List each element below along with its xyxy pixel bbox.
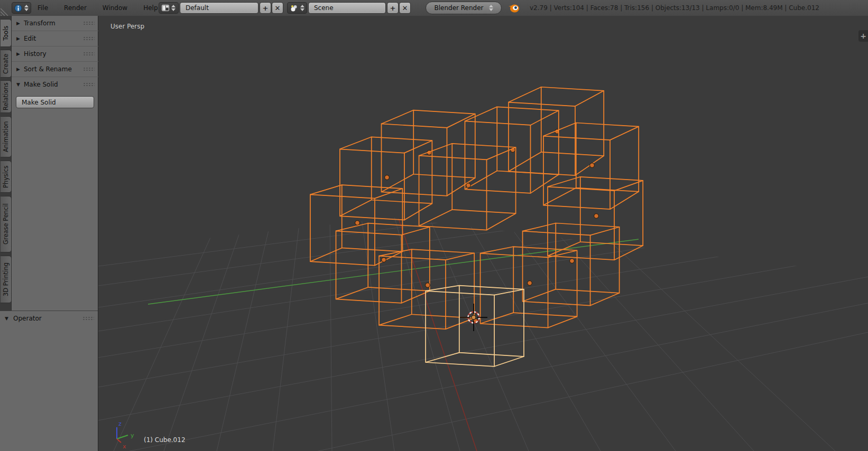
make-solid-button[interactable]: Make Solid xyxy=(16,96,94,108)
panel-label: Transform xyxy=(24,20,56,27)
tab-3d-printing[interactable]: 3D Printing xyxy=(1,256,12,303)
object-origin-dot xyxy=(426,283,430,288)
cube-wireframe[interactable] xyxy=(336,223,429,303)
object-origin-dot xyxy=(382,258,386,262)
screen-layout-name-field[interactable]: Default xyxy=(180,2,258,14)
info-editor-icon xyxy=(14,4,22,12)
delete-scene-button[interactable]: ✕ xyxy=(399,2,411,14)
object-origin-dot xyxy=(466,183,471,188)
tool-shelf-panels: ▶ Transform ▶ Edit ▶ History ▶ Sort & Re… xyxy=(12,16,98,311)
menubar: File Render Window Help xyxy=(30,0,166,16)
viewport-scene[interactable]: zyx xyxy=(98,16,868,451)
chevron-updown-icon xyxy=(300,5,304,11)
menu-file[interactable]: File xyxy=(30,4,56,12)
svg-text:y: y xyxy=(131,432,134,439)
expand-properties-region-button[interactable]: + xyxy=(858,30,868,42)
menu-render[interactable]: Render xyxy=(56,4,95,12)
add-screen-layout-button[interactable]: + xyxy=(260,2,271,14)
svg-text:x: x xyxy=(123,443,126,450)
screen-layout-icon xyxy=(162,5,169,11)
panel-grip-icon[interactable] xyxy=(83,67,95,71)
render-engine-select[interactable]: Blender Render xyxy=(426,2,502,14)
menu-window[interactable]: Window xyxy=(95,4,135,12)
collapse-arrow-icon: ▶ xyxy=(16,36,24,41)
chevron-updown-icon xyxy=(489,5,493,11)
tab-grease-pencil[interactable]: Grease Pencil xyxy=(1,196,12,252)
render-engine-value: Blender Render xyxy=(434,4,483,12)
tab-tools[interactable]: Tools xyxy=(1,19,12,47)
view-mode-label: User Persp xyxy=(110,23,144,30)
expand-arrow-icon: ▼ xyxy=(5,316,13,321)
panel-header-make-solid[interactable]: ▼ Make Solid xyxy=(12,77,98,92)
tool-shelf-tabs: Tools Create Relations Animation Physics… xyxy=(0,16,12,311)
collapse-arrow-icon: ▶ xyxy=(16,21,24,26)
collapse-arrow-icon: ▶ xyxy=(16,67,24,72)
operator-region: ▼ Operator xyxy=(0,311,98,451)
screen-layout-browse-button[interactable] xyxy=(159,2,179,14)
panel-grip-icon[interactable] xyxy=(83,21,95,25)
panel-label: Operator xyxy=(13,315,42,322)
object-origin-dot xyxy=(594,214,599,219)
cube-wireframe[interactable] xyxy=(340,137,432,220)
window-resize-grip[interactable] xyxy=(1,6,10,16)
object-origin-dot xyxy=(590,163,595,168)
panel-header-edit[interactable]: ▶ Edit xyxy=(12,31,98,46)
panel-header-operator[interactable]: ▼ Operator xyxy=(0,311,98,326)
tool-shelf: Tools Create Relations Animation Physics… xyxy=(0,16,98,451)
chevron-updown-icon xyxy=(24,5,29,11)
viewport-3d[interactable]: zyx User Persp (1) Cube.012 + xyxy=(98,16,868,451)
object-origin-dot xyxy=(355,221,360,226)
floor-grid xyxy=(98,16,868,451)
tab-create[interactable]: Create xyxy=(1,50,12,78)
tab-physics[interactable]: Physics xyxy=(1,161,12,193)
panel-grip-icon[interactable] xyxy=(83,82,95,87)
add-scene-button[interactable]: + xyxy=(387,2,399,14)
object-origin-dot xyxy=(528,281,532,286)
cube-wireframe[interactable] xyxy=(381,110,475,196)
scene-icon xyxy=(290,5,298,12)
panel-header-history[interactable]: ▶ History xyxy=(12,46,98,62)
panel-header-transform[interactable]: ▶ Transform xyxy=(12,16,98,31)
blender-logo xyxy=(508,3,520,13)
editor-type-button[interactable] xyxy=(12,2,31,14)
cube-wireframe[interactable] xyxy=(465,107,558,193)
panel-grip-icon[interactable] xyxy=(83,36,95,41)
cube-wireframe[interactable] xyxy=(419,144,516,230)
cube-wireframe[interactable] xyxy=(543,123,639,210)
info-header: File Render Window Help Default + ✕ xyxy=(0,0,868,16)
cursor-3d xyxy=(460,304,487,331)
panel-label: Edit xyxy=(24,35,36,42)
tab-animation[interactable]: Animation xyxy=(1,116,12,157)
wireframe-cubes xyxy=(310,87,643,367)
cube-wireframe[interactable] xyxy=(548,177,643,260)
scene-browse-button[interactable] xyxy=(287,2,307,14)
chevron-updown-icon xyxy=(171,5,176,11)
panel-label: Sort & Rename xyxy=(24,65,72,73)
cube-wireframe[interactable] xyxy=(310,185,402,265)
panel-grip-icon[interactable] xyxy=(82,316,94,321)
object-origin-dot xyxy=(385,175,390,180)
active-object-label: (1) Cube.012 xyxy=(144,436,186,444)
collapse-arrow-icon: ▶ xyxy=(16,51,24,57)
panel-grip-icon[interactable] xyxy=(83,52,95,56)
panel-label: Make Solid xyxy=(24,81,58,88)
svg-text:z: z xyxy=(118,420,122,427)
scene-statistics: v2.79 | Verts:104 | Faces:78 | Tris:156 … xyxy=(530,0,819,16)
delete-screen-layout-button[interactable]: ✕ xyxy=(272,2,283,14)
blender-window: File Render Window Help Default + ✕ xyxy=(0,0,868,451)
panel-label: History xyxy=(24,50,47,58)
tab-relations[interactable]: Relations xyxy=(1,80,12,113)
expand-arrow-icon: ▼ xyxy=(16,82,24,87)
object-origin-dot xyxy=(570,259,575,264)
panel-header-sort-rename[interactable]: ▶ Sort & Rename xyxy=(12,62,98,77)
scene-name-field[interactable]: Scene xyxy=(308,2,386,14)
